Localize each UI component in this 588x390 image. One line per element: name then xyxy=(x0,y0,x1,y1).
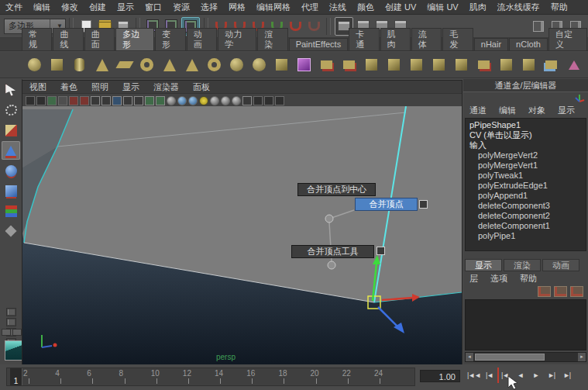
layer-editor-menu-item[interactable]: 层 xyxy=(463,273,484,285)
last-tool-used[interactable] xyxy=(2,222,20,240)
channel-box-menu-item[interactable]: 编辑 xyxy=(493,105,522,116)
poly-helix-icon[interactable] xyxy=(226,54,248,76)
shelf-tab[interactable]: 曲线 xyxy=(53,28,83,50)
select-tool[interactable] xyxy=(2,81,20,99)
image-plane-icon[interactable] xyxy=(69,96,78,105)
step-forward-key-button[interactable]: ►| xyxy=(544,368,559,383)
marking-menu-merge-to-center[interactable]: 合并顶点到中心 xyxy=(297,183,376,196)
paint-select-tool[interactable] xyxy=(2,121,20,140)
poly-plane-icon[interactable] xyxy=(114,54,136,76)
poly-soccer-ball-icon[interactable] xyxy=(249,54,270,76)
scroll-right-icon[interactable]: ► xyxy=(578,353,586,361)
move-tool[interactable] xyxy=(2,141,20,160)
single-pane-layout-button[interactable] xyxy=(6,308,16,316)
menubar-item[interactable]: 文件 xyxy=(0,0,28,14)
channel-box-menu-item[interactable]: 通道 xyxy=(463,105,493,116)
menubar-item[interactable]: 修改 xyxy=(56,0,84,14)
viewport-menu-item[interactable]: 视图 xyxy=(22,81,53,93)
bridge-icon[interactable] xyxy=(451,54,473,76)
booleans-icon[interactable] xyxy=(406,54,428,76)
layer-editor-menu-item[interactable]: 选项 xyxy=(484,273,514,285)
shelf-tab[interactable]: 渲染 xyxy=(257,28,287,50)
layer-editor-tab[interactable]: 动画 xyxy=(542,259,579,271)
cv-row[interactable]: CV (单击以显示) xyxy=(466,130,586,140)
input-node-row[interactable]: polyTweak1 xyxy=(466,171,586,181)
new-layer-assign-selected-icon[interactable] xyxy=(554,286,567,297)
mirror-geometry-icon[interactable] xyxy=(339,54,360,76)
playback-speed-field[interactable]: 1.00 xyxy=(420,370,460,382)
motion-blur-icon[interactable] xyxy=(232,96,241,105)
isolate-select-icon[interactable] xyxy=(242,96,252,105)
poly-cone-icon[interactable] xyxy=(91,54,113,76)
shelf-tab[interactable]: 毛发 xyxy=(442,28,473,50)
marking-menu-merge[interactable]: 合并顶点 xyxy=(355,198,418,211)
manipulator-axis-icon[interactable] xyxy=(574,93,585,103)
input-node-row[interactable]: polyMergeVert2 xyxy=(466,150,586,160)
wireframe-icon[interactable] xyxy=(167,96,176,105)
poly-torus-icon[interactable] xyxy=(136,54,158,76)
menubar-item[interactable]: 网格 xyxy=(223,0,251,14)
shelf-tab[interactable]: 多边形 xyxy=(115,28,154,50)
go-to-end-button[interactable]: ►| xyxy=(559,368,574,383)
shelf-tab[interactable]: PaintEffects xyxy=(289,38,349,50)
menubar-item[interactable]: 肌肉 xyxy=(464,0,492,14)
safe-title-icon[interactable] xyxy=(156,96,165,105)
shelf-tab[interactable]: nHair xyxy=(474,38,508,50)
show-attribute-editor-icon[interactable] xyxy=(530,18,547,35)
menubar-item[interactable]: 显示 xyxy=(112,0,139,14)
channel-box-menu-item[interactable]: 显示 xyxy=(552,105,581,116)
shape-node-row[interactable]: pPipeShape1 xyxy=(466,120,586,130)
inputs-label-row[interactable]: 输入 xyxy=(466,140,586,150)
make-live-icon[interactable] xyxy=(305,18,322,35)
poly-sphere-icon[interactable] xyxy=(24,54,46,76)
contrast-icon[interactable] xyxy=(275,96,284,105)
menubar-item[interactable]: 编辑网格 xyxy=(251,0,296,14)
shelf-tab[interactable]: 卡通 xyxy=(349,28,379,50)
marking-menu-merge-tool[interactable]: 合并顶点工具 xyxy=(291,245,374,258)
screen-space-ao-icon[interactable] xyxy=(221,96,230,105)
lock-camera-icon[interactable] xyxy=(36,96,46,105)
universal-manipulator-tool[interactable] xyxy=(2,202,20,220)
poly-cube-icon[interactable] xyxy=(46,54,68,76)
smooth-icon[interactable] xyxy=(383,54,405,76)
shelf-tab[interactable]: 变形 xyxy=(155,28,185,50)
scale-tool[interactable] xyxy=(2,181,20,200)
append-polygon-icon[interactable] xyxy=(473,54,495,76)
menubar-item[interactable]: 窗口 xyxy=(139,0,167,14)
lasso-select-tool[interactable] xyxy=(2,101,20,119)
input-node-row[interactable]: polyAppend1 xyxy=(466,191,586,201)
menubar-item[interactable]: 选择 xyxy=(195,0,223,14)
exposure-icon[interactable] xyxy=(264,96,273,105)
poly-pipe-icon[interactable] xyxy=(204,54,225,76)
input-node-row[interactable]: polyMergeVert1 xyxy=(466,160,586,171)
shelf-tab[interactable]: 动画 xyxy=(187,28,217,50)
layer-editor-menu-item[interactable]: 帮助 xyxy=(514,273,543,285)
shaded-icon[interactable] xyxy=(177,96,187,105)
shelf-tab[interactable]: 自定义 xyxy=(548,28,587,50)
input-node-row[interactable]: deleteComponent2 xyxy=(466,211,586,221)
input-node-row[interactable]: deleteComponent1 xyxy=(466,221,586,231)
split-polygon-icon[interactable] xyxy=(496,54,518,76)
menubar-item[interactable]: 编辑 UV xyxy=(421,0,463,14)
play-forward-button[interactable]: ► xyxy=(528,368,543,383)
menubar-item[interactable]: 颜色 xyxy=(352,0,380,14)
poly-platonic-icon[interactable] xyxy=(271,54,293,76)
snap-to-view-icon[interactable] xyxy=(287,18,304,35)
viewport-menu-item[interactable]: 显示 xyxy=(115,81,146,93)
shelf-tab[interactable]: 曲面 xyxy=(84,28,115,50)
two-d-pan-zoom-icon[interactable] xyxy=(80,96,89,105)
camera-attributes-icon[interactable] xyxy=(47,96,57,105)
menubar-item[interactable]: 代理 xyxy=(296,0,324,14)
time-slider[interactable]: 1 2 4 6 8 10 12 14 16 18 xyxy=(6,368,415,386)
poly-prism-icon[interactable] xyxy=(159,54,181,76)
poly-cylinder-icon[interactable] xyxy=(69,54,91,76)
film-gate-icon[interactable] xyxy=(101,96,111,105)
poly-pyramid-icon[interactable] xyxy=(181,54,203,76)
layer-options-icon[interactable] xyxy=(570,286,583,297)
step-back-frame-button[interactable]: |◄ xyxy=(482,368,497,383)
insert-edge-loop-icon[interactable] xyxy=(518,54,540,76)
four-pane-layout-button[interactable] xyxy=(6,318,16,326)
sculpt-geometry-icon[interactable] xyxy=(316,54,338,76)
new-empty-layer-icon[interactable] xyxy=(538,286,551,297)
grid-icon[interactable] xyxy=(91,96,100,105)
